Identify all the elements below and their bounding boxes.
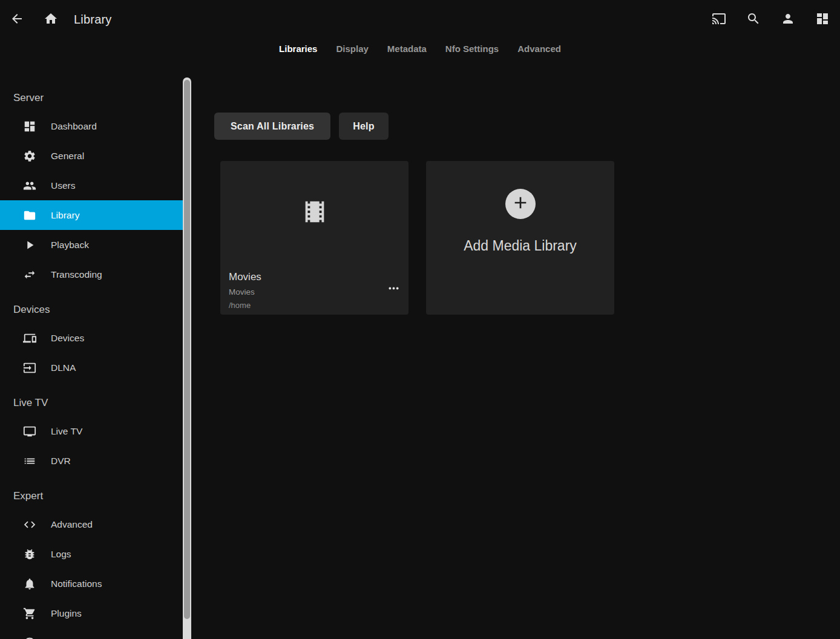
- tab-display[interactable]: Display: [335, 41, 369, 56]
- library-toolbar: Scan All Libraries Help: [214, 113, 389, 140]
- sidebar-section-expert: ExpertAdvancedLogsNotificationsPluginsSc…: [0, 483, 183, 639]
- sidebar: ServerDashboardGeneralUsersLibraryPlayba…: [0, 77, 192, 639]
- sidebar-item-label: Library: [51, 210, 79, 221]
- search-button[interactable]: [746, 12, 761, 27]
- sidebar-item-label: Live TV: [51, 426, 82, 437]
- tv-icon: [22, 424, 37, 439]
- sidebar-item-scheduled-tasks[interactable]: Scheduled Tasks: [0, 628, 183, 639]
- code-icon: [22, 517, 37, 532]
- arrow-back-icon: [10, 11, 24, 28]
- sidebar-item-playback[interactable]: Playback: [0, 230, 183, 260]
- input-icon: [22, 361, 37, 375]
- app-grid-icon: [815, 11, 830, 28]
- folder-icon: [22, 208, 37, 223]
- sidebar-item-logs[interactable]: Logs: [0, 539, 183, 569]
- sidebar-section-title: Server: [0, 85, 183, 111]
- user-icon: [781, 11, 795, 28]
- library-cards: Movies Movies /home Add Media Library: [220, 161, 614, 315]
- users-icon: [22, 179, 37, 193]
- settings-icon: [22, 149, 37, 163]
- dashboard-icon: [22, 119, 37, 134]
- app-grid-button[interactable]: [815, 12, 830, 27]
- app-header: Library: [0, 0, 840, 39]
- sidebar-section-title: Expert: [0, 483, 183, 510]
- search-icon: [746, 11, 761, 28]
- movies-card-image: [220, 161, 409, 265]
- sidebar-item-live-tv[interactable]: Live TV: [0, 416, 183, 446]
- sidebar-item-label: Transcoding: [51, 269, 102, 280]
- tab-metadata[interactable]: Metadata: [386, 41, 428, 56]
- movies-card-path: /home: [229, 301, 400, 310]
- sidebar-item-label: General: [51, 151, 84, 162]
- settings-tabs: Libraries Display Metadata Nfo Settings …: [0, 38, 840, 59]
- sidebar-item-plugins[interactable]: Plugins: [0, 598, 183, 628]
- sidebar-item-label: Users: [51, 180, 75, 191]
- sidebar-section-devices: DevicesDevicesDLNA: [0, 297, 183, 382]
- home-button[interactable]: [44, 12, 58, 27]
- tab-advanced[interactable]: Advanced: [516, 41, 562, 56]
- add-media-library-card[interactable]: Add Media Library: [426, 161, 614, 315]
- plus-circle: [505, 189, 536, 219]
- sidebar-item-notifications[interactable]: Notifications: [0, 569, 183, 598]
- sidebar-item-label: DLNA: [51, 362, 76, 373]
- header-right: [712, 12, 840, 27]
- clock-icon: [22, 636, 37, 639]
- sidebar-section-title: Live TV: [0, 390, 183, 416]
- sidebar-section-title: Devices: [0, 297, 183, 323]
- sidebar-scrollbar-track[interactable]: [183, 77, 191, 639]
- sidebar-item-transcoding[interactable]: Transcoding: [0, 260, 183, 289]
- plus-icon: [511, 193, 530, 215]
- sidebar-item-devices[interactable]: Devices: [0, 323, 183, 353]
- sidebar-item-dlna[interactable]: DLNA: [0, 353, 183, 382]
- movies-card-footer: Movies Movies /home: [220, 265, 409, 310]
- play-icon: [22, 238, 37, 252]
- list-icon: [22, 454, 37, 468]
- back-button[interactable]: [10, 12, 24, 27]
- bell-icon: [22, 577, 37, 591]
- sidebar-scrollbar-thumb[interactable]: [184, 80, 190, 619]
- sidebar-item-label: DVR: [51, 456, 71, 467]
- cast-button[interactable]: [712, 12, 726, 27]
- tab-libraries[interactable]: Libraries: [278, 41, 318, 56]
- devices-icon: [22, 331, 37, 346]
- sidebar-item-label: Playback: [51, 240, 89, 251]
- library-card-movies[interactable]: Movies Movies /home: [220, 161, 409, 315]
- cart-icon: [22, 606, 37, 621]
- user-button[interactable]: [781, 12, 795, 27]
- movies-card-title: Movies: [229, 271, 400, 283]
- movies-card-subtitle: Movies: [229, 287, 400, 297]
- sidebar-item-library[interactable]: Library: [0, 200, 183, 230]
- add-media-library-label: Add Media Library: [464, 238, 577, 254]
- sidebar-section-live-tv: Live TVLive TVDVR: [0, 390, 183, 476]
- page-title: Library: [74, 13, 112, 27]
- sidebar-item-label: Advanced: [51, 519, 93, 530]
- home-icon: [44, 11, 58, 28]
- sidebar-item-advanced[interactable]: Advanced: [0, 510, 183, 539]
- tab-nfo-settings[interactable]: Nfo Settings: [444, 41, 500, 56]
- sidebar-item-dashboard[interactable]: Dashboard: [0, 111, 183, 141]
- sidebar-item-label: Plugins: [51, 608, 82, 619]
- header-left: Library: [0, 12, 112, 27]
- more-horizontal-icon: [387, 282, 400, 297]
- movies-card-menu-button[interactable]: [385, 280, 402, 299]
- bug-icon: [22, 547, 37, 562]
- film-strip-icon: [301, 198, 329, 228]
- sidebar-item-dvr[interactable]: DVR: [0, 446, 183, 476]
- sidebar-item-label: Notifications: [51, 578, 102, 589]
- sidebar-menu: ServerDashboardGeneralUsersLibraryPlayba…: [0, 77, 183, 639]
- sidebar-item-general[interactable]: General: [0, 141, 183, 171]
- sidebar-item-label: Devices: [51, 333, 84, 344]
- sidebar-section-server: ServerDashboardGeneralUsersLibraryPlayba…: [0, 85, 183, 289]
- sidebar-item-label: Logs: [51, 549, 71, 560]
- sidebar-item-label: Dashboard: [51, 121, 97, 132]
- help-button[interactable]: Help: [339, 113, 388, 140]
- sidebar-item-users[interactable]: Users: [0, 171, 183, 200]
- transcode-icon: [22, 267, 37, 282]
- scan-all-libraries-button[interactable]: Scan All Libraries: [214, 113, 330, 140]
- cast-icon: [712, 11, 726, 28]
